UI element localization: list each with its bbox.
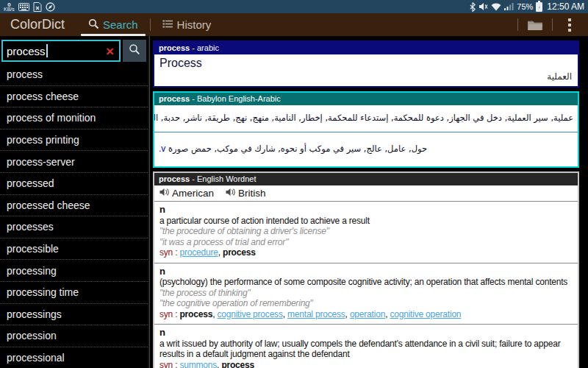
card-header: process - arabic — [154, 42, 578, 54]
appbar-separator — [517, 18, 518, 31]
browser-icon — [46, 2, 55, 12]
clear-search-icon[interactable]: × — [104, 44, 115, 58]
open-folder-button[interactable] — [521, 13, 549, 36]
suggestion-item[interactable]: processings — [0, 304, 148, 326]
synonym-link[interactable]: procedure — [179, 247, 218, 258]
suggestion-item[interactable]: process cheese — [0, 86, 148, 108]
suggestion-item[interactable]: processing time — [0, 282, 148, 304]
headword: process — [159, 43, 190, 52]
synonym-label: syn — [159, 309, 173, 319]
tab-history-label: History — [177, 18, 212, 31]
headword: process — [159, 174, 190, 183]
bluetooth-icon — [470, 2, 476, 12]
status-bar: 0KB/s 75% 12:50 AM — [0, 0, 588, 13]
overflow-menu-button[interactable] — [556, 13, 584, 36]
search-input[interactable]: process × — [1, 40, 121, 62]
example-quote: "the procedure of obtaining a driver's l… — [159, 226, 573, 237]
text-cursor — [46, 44, 48, 57]
pronunciation-row: AmericanBritish — [154, 185, 578, 202]
definition-text: a particular course of action intended t… — [159, 216, 573, 227]
synonym-word: process — [179, 309, 212, 319]
header-separator: - — [192, 174, 195, 183]
speaker-icon — [226, 188, 236, 199]
entry-word: Process — [154, 54, 578, 70]
suggestion-item[interactable]: processional — [0, 347, 148, 368]
tab-history[interactable]: History — [154, 13, 220, 36]
arabic-definition-text: عملية, سير العملية, دخل في الجهاز, دعوة … — [154, 113, 573, 123]
suggestion-item[interactable]: process of monition — [0, 107, 148, 130]
part-of-speech: n — [159, 328, 573, 339]
results-panel[interactable]: process - arabic Process العملية process… — [149, 36, 588, 368]
pronunciation-label: American — [172, 188, 214, 199]
synonym-line: syn : summons, process — [159, 360, 573, 368]
suggestion-item[interactable]: process-server — [0, 151, 148, 173]
tab-separator — [150, 18, 151, 31]
synonym-link[interactable]: cognitive operation — [390, 309, 461, 319]
suggestion-item[interactable]: processed cheese — [0, 195, 148, 217]
suggestion-item[interactable]: processible — [0, 238, 148, 261]
search-icon — [129, 43, 140, 58]
synonym-word: process — [223, 247, 256, 258]
suggestion-item[interactable]: procession — [0, 325, 148, 347]
download-speed-indicator: 0KB/s — [4, 3, 15, 12]
definition-text: a writ issued by authority of law; usual… — [159, 339, 573, 360]
synonym-word: process — [221, 360, 254, 368]
dictionary-name: English Wordnet — [197, 174, 257, 183]
example-quote: "the process of thinking" — [159, 288, 573, 299]
search-panel: process × processprocess cheeseprocess o… — [0, 36, 149, 368]
synonym-link[interactable]: cognitive process — [217, 309, 282, 319]
speaker-icon — [159, 188, 170, 199]
definition-text: (psychology) the performance of some com… — [159, 277, 573, 288]
search-icon — [88, 18, 99, 32]
signal-strength-icon — [504, 2, 514, 11]
clock: 12:50 AM — [547, 1, 584, 12]
synonym-line: syn : process, cognitive process, mental… — [159, 309, 573, 320]
battery-icon — [536, 2, 542, 12]
example-quote: "it was a process of trial and error" — [159, 237, 573, 248]
card-header: process - Babylon English-Arabic — [154, 93, 578, 105]
suggestion-item[interactable]: process — [0, 64, 148, 86]
search-query-text: process — [7, 45, 46, 57]
babylon-definition-row: عملية, سير العملية, دخل في الجهاز, دعوة … — [154, 105, 578, 132]
tab-search[interactable]: Search — [79, 13, 147, 36]
app-title: ColorDict — [0, 13, 79, 36]
file-cancel-icon — [33, 2, 42, 12]
definition-block: n(psychology) the performance of some co… — [154, 263, 578, 325]
suggestion-item[interactable]: processed — [0, 173, 148, 195]
arabic-translation: العملية — [154, 70, 578, 86]
synonym-label: syn — [159, 247, 173, 258]
wifi-icon — [491, 3, 501, 11]
header-separator: - — [192, 43, 195, 52]
dictionary-name: arabic — [197, 43, 219, 52]
appbar-separator-2 — [552, 18, 553, 31]
synonym-line: syn : procedure, process — [159, 247, 573, 258]
search-button[interactable] — [123, 40, 146, 62]
card-header: process - English Wordnet — [154, 173, 578, 185]
suggestion-item[interactable]: processing — [0, 260, 148, 282]
synonym-link[interactable]: operation — [350, 309, 385, 319]
suggestion-item[interactable]: processes — [0, 216, 148, 238]
part-of-speech: n — [159, 266, 573, 277]
part-of-speech-tag: v. — [159, 144, 165, 154]
dictionary-name: Babylon English-Arabic — [197, 94, 281, 103]
synonym-link[interactable]: mental process — [287, 309, 345, 319]
babylon-definition-row: حول, عامل, عالج, سير في موكب أو نحوه, شا… — [154, 132, 578, 166]
synonym-link[interactable]: summons — [179, 360, 217, 368]
history-list-icon — [162, 18, 173, 31]
arabic-definition-text: حول, عامل, عالج, سير في موكب أو نحوه, شا… — [165, 144, 427, 154]
overflow-dots-icon — [568, 18, 571, 32]
definition-list: na particular course of action intended … — [154, 202, 578, 368]
pronunciation-button[interactable]: American — [159, 188, 214, 199]
part-of-speech: n — [159, 205, 573, 216]
battery-percent: 75% — [517, 2, 533, 11]
synonym-label: syn — [159, 360, 173, 368]
definition-block: na writ issued by authority of law; usua… — [154, 325, 578, 368]
keyboard-icon — [18, 3, 29, 11]
definition-block: na particular course of action intended … — [154, 202, 578, 263]
header-separator: - — [192, 94, 195, 103]
pronunciation-button[interactable]: British — [226, 188, 266, 199]
mute-icon — [478, 2, 488, 11]
result-card-babylon: process - Babylon English-Arabic عملية, … — [153, 91, 579, 168]
suggestion-list: processprocess cheeseprocess of monition… — [0, 64, 148, 368]
suggestion-item[interactable]: process printing — [0, 130, 148, 152]
